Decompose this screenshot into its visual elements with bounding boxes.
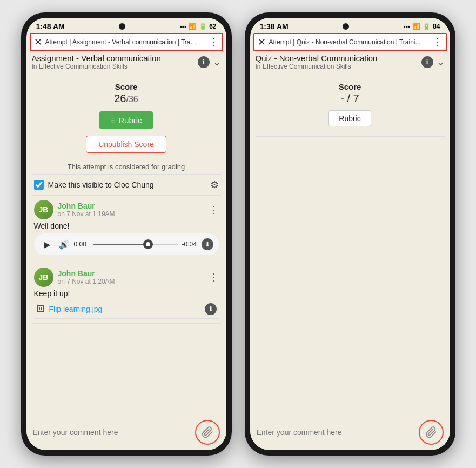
quiz-title-2: Quiz - Non-verbal Communication bbox=[256, 54, 418, 63]
course-name-1: In Effective Communication Skills bbox=[32, 63, 195, 70]
more-options-button-2[interactable]: ⋮ bbox=[433, 36, 443, 48]
score-label-2: Score bbox=[256, 82, 445, 91]
audio-progress-thumb-1 bbox=[143, 239, 153, 249]
comment-item-2: JB John Baur on 7 Nov at 1:20AM ⋮ Keep i… bbox=[32, 263, 221, 324]
more-options-button-1[interactable]: ⋮ bbox=[209, 36, 219, 48]
phone-2-screen: 1:38 AM ▪▪▪ 📶 🔋 84 ✕ Attempt | Quiz - No… bbox=[250, 18, 450, 450]
settings-icon-1[interactable]: ⚙ bbox=[210, 179, 219, 191]
phone-1-screen: 1:48 AM ▪▪▪ 📶 🔋 62 ✕ Attempt | Assignmen… bbox=[26, 18, 226, 450]
comment-text-1: Well done! bbox=[34, 222, 219, 230]
app-bar-title-2: Attempt | Quiz - Non-verbal Communicatio… bbox=[269, 38, 430, 46]
wifi-icon-2: 📶 bbox=[412, 23, 420, 30]
status-time-2: 1:38 AM bbox=[260, 22, 289, 31]
unpublish-button-1[interactable]: Unpublish Score bbox=[86, 136, 166, 153]
audio-player-1: ▶ 🔊 0:00 -0:04 ⬇ bbox=[34, 233, 219, 255]
score-value-2: - / 7 bbox=[256, 92, 445, 105]
app-bar-title-1: Attempt | Assignment - Verbal communicat… bbox=[45, 38, 206, 46]
attachment-1: 🖼 Flip learning.jpg ⬇ bbox=[34, 300, 219, 319]
status-bar-1: 1:48 AM ▪▪▪ 📶 🔋 62 bbox=[26, 18, 226, 33]
subtitle-row-2: Quiz - Non-verbal Communication In Effec… bbox=[250, 51, 450, 72]
subtitle-text-1: Assignment - Verbal communication In Eff… bbox=[32, 54, 195, 70]
paperclip-icon-2 bbox=[425, 426, 437, 438]
attachment-download-button-1[interactable]: ⬇ bbox=[205, 303, 217, 315]
checkbox-row-1: Make this visible to Cloe Chung ⚙ bbox=[32, 175, 221, 196]
wifi-icon: 📶 bbox=[189, 23, 197, 30]
signal-icon-2: ▪▪▪ bbox=[403, 23, 410, 30]
comment-time-1: on 7 Nov at 1:19AM bbox=[58, 210, 205, 218]
comment-author-1: John Baur bbox=[58, 202, 205, 210]
battery-pct-2: 84 bbox=[433, 23, 440, 30]
score-value-1: 26/36 bbox=[32, 92, 221, 105]
status-time-1: 1:48 AM bbox=[36, 22, 65, 31]
app-bar-1: ✕ Attempt | Assignment - Verbal communic… bbox=[30, 33, 223, 51]
comment-input-area-1 bbox=[26, 414, 226, 450]
comment-input-2[interactable] bbox=[257, 428, 413, 437]
battery-icon: 🔋 bbox=[199, 23, 207, 30]
comment-input-1[interactable] bbox=[33, 428, 190, 437]
score-section-1: Score 26/36 ≡ Rubric Unpublish Score bbox=[32, 77, 221, 159]
phone-2: 1:38 AM ▪▪▪ 📶 🔋 84 ✕ Attempt | Quiz - No… bbox=[245, 12, 455, 456]
play-button-1[interactable]: ▶ bbox=[39, 237, 55, 252]
camera-notch-1 bbox=[119, 23, 125, 30]
rubric-icon-1: ≡ bbox=[110, 116, 115, 125]
visibility-checkbox-1[interactable] bbox=[34, 180, 44, 190]
score-label-1: Score bbox=[32, 82, 221, 91]
comment-meta-2: John Baur on 7 Nov at 1:20AM bbox=[58, 269, 205, 285]
assignment-title-1: Assignment - Verbal communication bbox=[32, 54, 195, 63]
audio-download-button-1[interactable]: ⬇ bbox=[202, 238, 213, 250]
attach-button-1[interactable] bbox=[195, 420, 220, 445]
app-bar-2: ✕ Attempt | Quiz - Non-verbal Communicat… bbox=[253, 33, 447, 51]
phone-1: 1:48 AM ▪▪▪ 📶 🔋 62 ✕ Attempt | Assignmen… bbox=[21, 12, 232, 456]
content-2: Score - / 7 Rubric bbox=[250, 72, 450, 414]
paperclip-icon-1 bbox=[202, 426, 213, 438]
comment-dots-1[interactable]: ⋮ bbox=[209, 204, 219, 216]
close-button-2[interactable]: ✕ bbox=[258, 36, 266, 48]
comment-item-1: JB John Baur on 7 Nov at 1:19AM ⋮ Well d… bbox=[32, 196, 221, 263]
audio-progress-bar-1[interactable] bbox=[93, 244, 178, 245]
checkbox-label-1: Make this visible to Cloe Chung bbox=[48, 180, 206, 189]
camera-notch-2 bbox=[343, 23, 349, 30]
status-icons-2: ▪▪▪ 📶 🔋 84 bbox=[403, 23, 440, 30]
attachment-name-1[interactable]: Flip learning.jpg bbox=[49, 305, 200, 313]
status-bar-2: 1:38 AM ▪▪▪ 📶 🔋 84 bbox=[250, 18, 450, 33]
rubric-button-2[interactable]: Rubric bbox=[328, 110, 371, 126]
comment-author-2: John Baur bbox=[58, 269, 205, 278]
course-name-2: In Effective Communication Skills bbox=[256, 63, 418, 70]
content-1: Score 26/36 ≡ Rubric Unpublish Score Thi… bbox=[26, 72, 226, 414]
avatar-2: JB bbox=[34, 268, 53, 287]
audio-time-current-1: 0:00 bbox=[74, 240, 89, 248]
subtitle-text-2: Quiz - Non-verbal Communication In Effec… bbox=[256, 54, 418, 70]
comment-header-1: JB John Baur on 7 Nov at 1:19AM ⋮ bbox=[34, 200, 219, 219]
info-icon-2[interactable]: i bbox=[421, 56, 433, 68]
attach-button-2[interactable] bbox=[419, 420, 444, 445]
battery-pct: 62 bbox=[209, 23, 216, 30]
comment-meta-1: John Baur on 7 Nov at 1:19AM bbox=[58, 202, 205, 218]
battery-icon-2: 🔋 bbox=[423, 23, 431, 30]
chevron-down-icon-2[interactable]: ⌄ bbox=[437, 56, 445, 68]
audio-time-total-1: -0:04 bbox=[182, 240, 197, 248]
subtitle-row-1: Assignment - Verbal communication In Eff… bbox=[26, 51, 226, 72]
grading-notice-1: This attempt is considered for grading bbox=[32, 159, 221, 175]
status-icons-1: ▪▪▪ 📶 🔋 62 bbox=[179, 23, 216, 30]
info-icon-1[interactable]: i bbox=[198, 56, 210, 68]
close-button-1[interactable]: ✕ bbox=[34, 36, 42, 48]
avatar-1: JB bbox=[34, 200, 53, 219]
comment-dots-2[interactable]: ⋮ bbox=[209, 271, 219, 283]
comment-text-2: Keep it up! bbox=[34, 289, 219, 298]
comment-input-area-2 bbox=[250, 414, 450, 450]
audio-progress-fill-1 bbox=[93, 244, 148, 245]
comment-time-2: on 7 Nov at 1:20AM bbox=[58, 278, 205, 285]
rubric-button-1[interactable]: ≡ Rubric bbox=[99, 111, 152, 129]
score-section-2: Score - / 7 Rubric bbox=[256, 77, 445, 135]
comment-header-2: JB John Baur on 7 Nov at 1:20AM ⋮ bbox=[34, 268, 219, 287]
divider-2 bbox=[256, 136, 445, 137]
chevron-down-icon-1[interactable]: ⌄ bbox=[213, 56, 221, 68]
image-icon-1: 🖼 bbox=[36, 304, 45, 314]
signal-icon: ▪▪▪ bbox=[179, 23, 186, 30]
volume-icon-1[interactable]: 🔊 bbox=[59, 239, 70, 250]
